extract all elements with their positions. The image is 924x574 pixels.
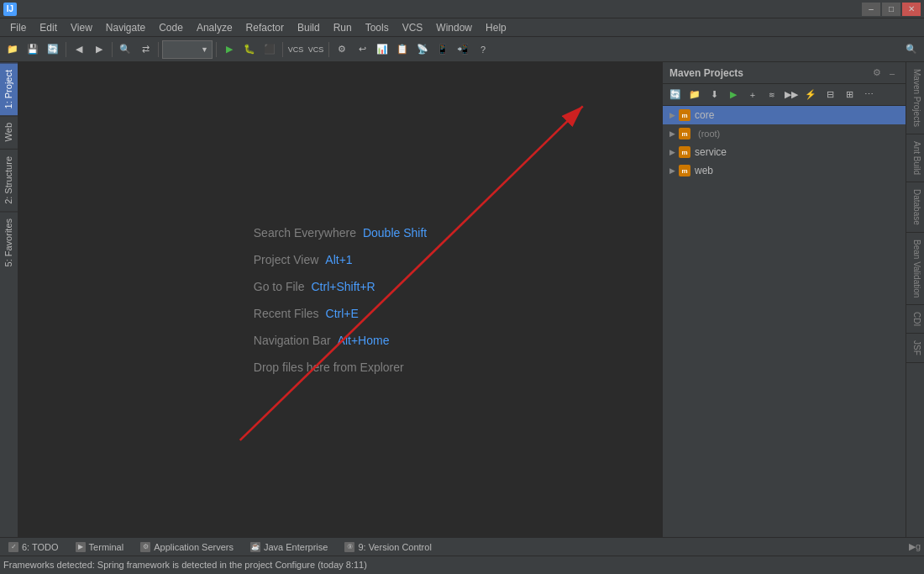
menu-run[interactable]: Run: [327, 20, 359, 35]
tree-item-core[interactable]: ▶ m core: [663, 106, 906, 124]
hint-nav-label: Navigation Bar: [254, 334, 331, 347]
tree-arrow-web: ▶: [666, 166, 678, 175]
hint-recent-label: Recent Files: [254, 307, 319, 320]
far-tab-ant[interactable]: Ant Build: [906, 134, 924, 182]
menu-code[interactable]: Code: [152, 20, 190, 35]
maven-more-btn[interactable]: ⋯: [859, 86, 878, 104]
toolbar-config-dropdown[interactable]: ▼: [162, 40, 213, 59]
toolbar-save-btn[interactable]: 💾: [24, 40, 42, 59]
tree-icon-root: m: [678, 127, 691, 140]
maven-refresh-btn[interactable]: 🔄: [666, 86, 685, 104]
maven-expand-btn[interactable]: ⊞: [840, 86, 858, 104]
vcs-label: 9: Version Control: [358, 542, 431, 552]
toolbar-sep6: [328, 42, 329, 57]
tree-sublabel-root: (root): [698, 129, 720, 139]
maven-download-btn[interactable]: ⬇: [705, 86, 723, 104]
maximize-button[interactable]: □: [882, 3, 900, 16]
maven-projects-panel: Maven Projects ⚙ – 🔄 📁 ⬇ ▶ + ≋ ▶▶ ⚡ ⊟ ⊞ …: [662, 62, 906, 537]
toolbar-btn-c[interactable]: 📊: [373, 40, 391, 59]
menu-help[interactable]: Help: [479, 20, 513, 35]
maven-run-btn[interactable]: ▶: [724, 86, 743, 104]
far-tab-jsf[interactable]: JSF: [906, 334, 924, 363]
status-tab-todo[interactable]: ✓ 6: TODO: [3, 540, 64, 554]
minimize-button[interactable]: –: [862, 3, 880, 16]
far-tab-bean[interactable]: Bean Validation: [906, 233, 924, 305]
search-everywhere-btn[interactable]: 🔍: [902, 40, 921, 59]
menu-analyze[interactable]: Analyze: [190, 20, 239, 35]
hint-recent: Recent Files Ctrl+E: [254, 307, 427, 320]
menu-navigate[interactable]: Navigate: [99, 20, 152, 35]
tree-icon-service: m: [678, 145, 691, 159]
status-bar: ✓ 6: TODO ▶ Terminal ⚙ Application Serve…: [0, 537, 924, 556]
app-icon: IJ: [3, 3, 17, 16]
maven-debug-btn[interactable]: +: [743, 86, 762, 104]
sidebar-tab-structure[interactable]: 2: Structure: [0, 149, 18, 211]
toolbar-btn-a[interactable]: ⚙: [333, 40, 351, 59]
toolbar-forward-btn[interactable]: ▶: [90, 40, 108, 59]
menu-window[interactable]: Window: [429, 20, 479, 35]
vcs-icon: ⑨: [344, 542, 354, 552]
menu-build[interactable]: Build: [291, 20, 327, 35]
hint-search-label: Search Everywhere: [254, 226, 356, 240]
panel-title: Maven Projects: [669, 67, 743, 79]
tree-item-root[interactable]: ▶ m (root): [663, 124, 906, 143]
hint-drop: Drop files here from Explorer: [254, 361, 427, 374]
run-button[interactable]: ▶: [220, 40, 239, 59]
bottom-bar-text: Frameworks detected: Spring framework is…: [3, 560, 367, 570]
tree-item-service[interactable]: ▶ m service: [663, 143, 906, 161]
debug-button[interactable]: 🐛: [240, 40, 259, 59]
maven-collapse-btn[interactable]: ⊟: [821, 86, 839, 104]
help-button[interactable]: ?: [474, 40, 492, 59]
toolbar-sep5: [282, 42, 283, 57]
hint-goto-shortcut: Ctrl+Shift+R: [311, 280, 375, 293]
toolbar-btn-d[interactable]: 📋: [393, 40, 412, 59]
maven-add-btn[interactable]: 📁: [685, 86, 704, 104]
status-tab-vcs[interactable]: ⑨ 9: Version Control: [339, 540, 436, 554]
close-button[interactable]: ✕: [902, 3, 921, 16]
vcs-btn1[interactable]: VCS: [286, 40, 305, 59]
center-content: Search Everywhere Double Shift Project V…: [18, 62, 662, 537]
panel-hide-btn[interactable]: –: [885, 66, 899, 80]
toolbar-sync-btn[interactable]: 🔄: [44, 40, 62, 59]
toolbar-search-btn[interactable]: 🔍: [116, 40, 134, 59]
sidebar-tab-web[interactable]: Web: [0, 115, 18, 148]
far-tab-database[interactable]: Database: [906, 182, 924, 233]
terminal-label: Terminal: [89, 542, 124, 552]
maven-skip-btn[interactable]: ⚡: [801, 86, 820, 104]
menu-tools[interactable]: Tools: [359, 20, 396, 35]
vcs-btn2[interactable]: VCS: [307, 40, 325, 59]
left-sidebar: 1: Project Web 2: Structure 5: Favorites: [0, 62, 18, 537]
status-tab-enterprise[interactable]: ☕ Java Enterprise: [245, 540, 333, 554]
menu-view[interactable]: View: [64, 20, 99, 35]
hint-nav-shortcut: Alt+Home: [338, 334, 390, 347]
toolbar-replace-btn[interactable]: ⇄: [136, 40, 155, 59]
status-tab-appservers[interactable]: ⚙ Application Servers: [135, 540, 239, 554]
menu-file[interactable]: File: [3, 20, 33, 35]
menu-bar: File Edit View Navigate Code Analyze Ref…: [0, 18, 924, 37]
status-tab-terminal[interactable]: ▶ Terminal: [71, 540, 129, 554]
maven-plugin-btn[interactable]: ▶▶: [782, 86, 801, 104]
sidebar-tab-project[interactable]: 1: Project: [0, 62, 18, 115]
toolbar-btn-g[interactable]: 📲: [454, 40, 472, 59]
stop-button[interactable]: ⬛: [260, 40, 279, 59]
toolbar-back-btn[interactable]: ◀: [70, 40, 88, 59]
menu-refactor[interactable]: Refactor: [239, 20, 291, 35]
sidebar-tab-favorites[interactable]: 5: Favorites: [0, 211, 18, 273]
toolbar-btn-f[interactable]: 📱: [433, 40, 452, 59]
menu-vcs[interactable]: VCS: [396, 20, 430, 35]
toolbar-sep3: [158, 42, 159, 57]
far-tab-cdi[interactable]: CDI: [906, 305, 924, 334]
toolbar-btn-e[interactable]: 📡: [413, 40, 432, 59]
window-controls: – □ ✕: [862, 3, 921, 16]
hint-nav: Navigation Bar Alt+Home: [254, 334, 427, 347]
tree-arrow-root: ▶: [666, 129, 678, 138]
toolbar-open-btn[interactable]: 📁: [3, 40, 22, 59]
toolbar-btn-b[interactable]: ↩: [353, 40, 371, 59]
panel-settings-btn[interactable]: ⚙: [870, 66, 884, 80]
menu-edit[interactable]: Edit: [33, 20, 64, 35]
tree-item-web[interactable]: ▶ m web: [663, 161, 906, 180]
maven-tree: ▶ m core ▶ m (root) ▶ m s: [663, 106, 906, 537]
hint-project: Project View Alt+1: [254, 253, 427, 266]
far-tab-maven[interactable]: Maven Projects: [906, 62, 924, 134]
maven-lifecycle-btn[interactable]: ≋: [763, 86, 781, 104]
